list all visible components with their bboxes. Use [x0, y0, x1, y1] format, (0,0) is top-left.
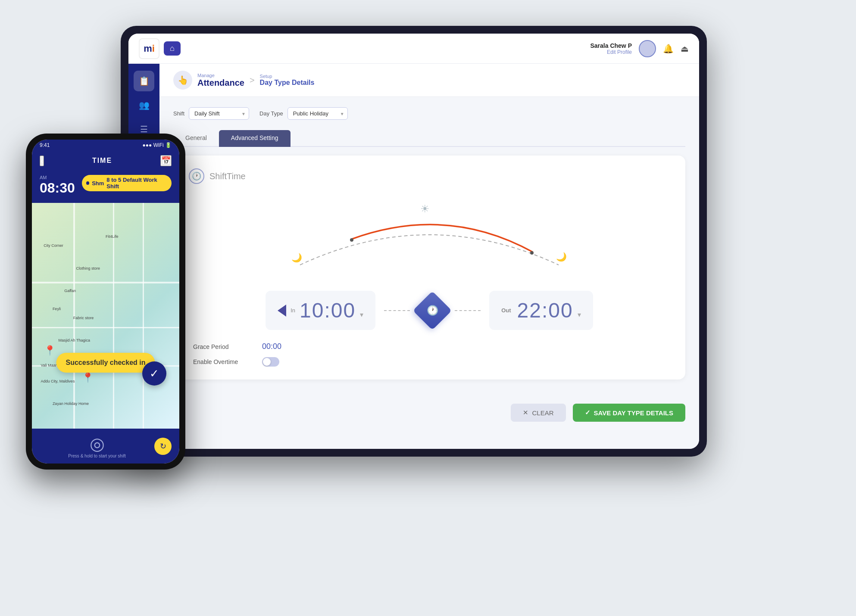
phone-device: 9:41 ●●● WiFi 🔋 ‹ TIME 📅 AM 08:30 Shm 8 … — [26, 134, 185, 470]
map-pin-main: 📍 — [82, 372, 94, 383]
logo-m: m — [144, 43, 152, 54]
phone-bottom: ◎ Press & hold to start your shift ↻ — [32, 429, 179, 464]
svg-point-3 — [350, 238, 353, 242]
day-type-filter-label: Day Type — [259, 110, 283, 117]
clear-button[interactable]: ✕ CLEAR — [511, 404, 565, 422]
shift-select[interactable]: Daily Shift — [189, 107, 249, 120]
phone-refresh-button[interactable]: ↻ — [154, 438, 172, 455]
phone-shift-pill: Shm 8 to 5 Default Work Shift — [82, 175, 172, 191]
shift-dot — [86, 181, 89, 185]
tablet-body: 📋 👥 ☰ 👤 📄 👆 Manage Attendance > S — [128, 64, 699, 449]
fingerprint-hint: Press & hold to start your shift — [40, 454, 154, 458]
phone-map: City Corner Clothing store Fit4Life Gaff… — [32, 203, 179, 429]
grace-period-label: Grace Period — [193, 343, 253, 350]
setup-label: Setup — [260, 74, 315, 79]
attendance-icon: 👆 — [173, 71, 192, 90]
map-label-fabric: Fabric store — [73, 316, 94, 320]
breadcrumb-subpage: Setup Day Type Details — [260, 74, 315, 87]
overtime-toggle[interactable] — [262, 357, 279, 367]
shift-card: 🕐 ShiftTime — [173, 156, 685, 380]
tab-advanced-setting[interactable]: Advanced Setting — [219, 130, 291, 147]
phone-status-bar: 9:41 ●●● WiFi 🔋 — [32, 140, 179, 151]
breadcrumb-module: Manage Attendance — [197, 73, 244, 88]
phone-shift-name: 8 to 5 Default Work Shift — [106, 177, 166, 190]
phone-back-button[interactable]: ‹ — [40, 156, 44, 166]
map-label-clothing: Clothing store — [76, 266, 100, 271]
sidebar-item-people[interactable]: 👥 — [134, 95, 154, 115]
edit-profile-link[interactable]: Edit Profile — [590, 49, 632, 55]
tabs-row: General Advanced Setting — [173, 130, 685, 147]
user-area: Sarala Chew P Edit Profile 🔔 ⏏ — [590, 40, 689, 57]
svg-text:🌙: 🌙 — [556, 252, 567, 262]
filter-row: Shift Daily Shift Day Type P — [173, 107, 685, 120]
breadcrumb: 👆 Manage Attendance > Setup Day Type Det… — [159, 64, 699, 97]
in-time-box: In 10:00 ▾ — [266, 291, 375, 330]
connector-line-right — [455, 310, 481, 311]
map-label-gaffan: Gaffan — [64, 289, 76, 293]
grace-period-value: 00:00 — [262, 342, 281, 351]
map-background: City Corner Clothing store Fit4Life Gaff… — [32, 203, 179, 429]
overtime-toggle-wrap — [262, 357, 279, 367]
logout-button[interactable]: ⏏ — [681, 44, 689, 54]
time-row: In 10:00 ▾ 🕐 — [189, 291, 670, 330]
avatar — [639, 40, 656, 57]
bell-button[interactable]: 🔔 — [663, 44, 674, 54]
diamond-clock-icon: 🕐 — [427, 305, 438, 316]
save-check-icon: ✓ — [585, 409, 590, 417]
in-arrow-icon — [278, 305, 286, 317]
day-type-filter-group: Day Type Public Holiday — [259, 107, 348, 120]
manage-label: Manage — [197, 73, 244, 78]
svg-text:🌙: 🌙 — [291, 252, 302, 263]
clear-label: CLEAR — [532, 409, 553, 417]
in-label: In — [291, 307, 295, 314]
map-label-zayan: Zayan Holiday Home — [53, 401, 89, 406]
sidebar-item-reports[interactable]: 📋 — [134, 71, 154, 91]
tablet-header: mi ⌂ Sarala Chew P Edit Profile 🔔 ⏏ — [128, 34, 699, 64]
fingerprint-icon[interactable]: ◎ — [40, 434, 154, 454]
phone-screen: 9:41 ●●● WiFi 🔋 ‹ TIME 📅 AM 08:30 Shm 8 … — [32, 140, 179, 464]
phone-shift-time-row: AM 08:30 Shm 8 to 5 Default Work Shift — [40, 175, 172, 196]
breadcrumb-separator: > — [250, 75, 255, 85]
map-label-feyli: Feyli — [53, 307, 61, 311]
phone-am-badge: AM — [40, 175, 75, 180]
overtime-label: Enable Overtime — [193, 358, 253, 365]
phone-header: ‹ TIME 📅 — [32, 151, 179, 171]
app-logo: mi — [139, 38, 159, 59]
shift-filter-label: Shift — [173, 110, 184, 117]
svg-point-4 — [530, 251, 534, 255]
tablet-device: mi ⌂ Sarala Chew P Edit Profile 🔔 ⏏ 📋 👥 … — [121, 26, 707, 457]
shift-clock-icon: 🕐 — [189, 168, 204, 184]
shift-filter-group: Shift Daily Shift — [173, 107, 249, 120]
shift-card-title: ShiftTime — [209, 171, 246, 181]
in-time-caret[interactable]: ▾ — [360, 311, 363, 319]
arc-visualization: ☀ 🌙 🌙 — [189, 196, 670, 282]
home-button[interactable]: ⌂ — [164, 41, 181, 56]
logo-i: i — [152, 43, 155, 54]
svg-text:☀: ☀ — [420, 203, 430, 215]
map-road-h2 — [32, 327, 179, 328]
day-type-select[interactable]: Public Holiday — [287, 107, 348, 120]
info-rows: Grace Period 00:00 Enable Overtime — [189, 342, 670, 367]
content-area: Shift Daily Shift Day Type P — [159, 97, 699, 390]
in-time-value: 10:00 — [300, 299, 356, 322]
out-time-caret[interactable]: ▾ — [578, 311, 581, 319]
out-time-value: 22:00 — [517, 299, 573, 322]
phone-shift-info: AM 08:30 Shm 8 to 5 Default Work Shift — [32, 171, 179, 203]
module-label: Attendance — [197, 78, 244, 88]
day-type-select-wrapper: Public Holiday — [287, 107, 348, 120]
phone-shift-label: Shm — [92, 180, 104, 187]
clear-x-icon: ✕ — [523, 409, 528, 417]
user-name-text: Sarala Chew P — [590, 42, 632, 49]
out-label: Out — [501, 307, 511, 314]
page-label: Day Type Details — [260, 79, 315, 87]
action-row: ✕ CLEAR ✓ SAVE DAY TYPE DETAILS — [159, 404, 699, 432]
phone-calendar-button[interactable]: 📅 — [160, 155, 172, 166]
connector-right — [455, 310, 481, 311]
checkin-toast: Successfully checked in — [56, 353, 155, 373]
phone-time: 9:41 — [40, 142, 50, 148]
check-circle[interactable]: ✓ — [142, 361, 166, 386]
map-pin-secondary: 📍 — [44, 345, 56, 356]
connector-line-left — [384, 310, 410, 311]
save-button[interactable]: ✓ SAVE DAY TYPE DETAILS — [573, 404, 686, 422]
phone-big-time: 08:30 — [40, 180, 75, 196]
